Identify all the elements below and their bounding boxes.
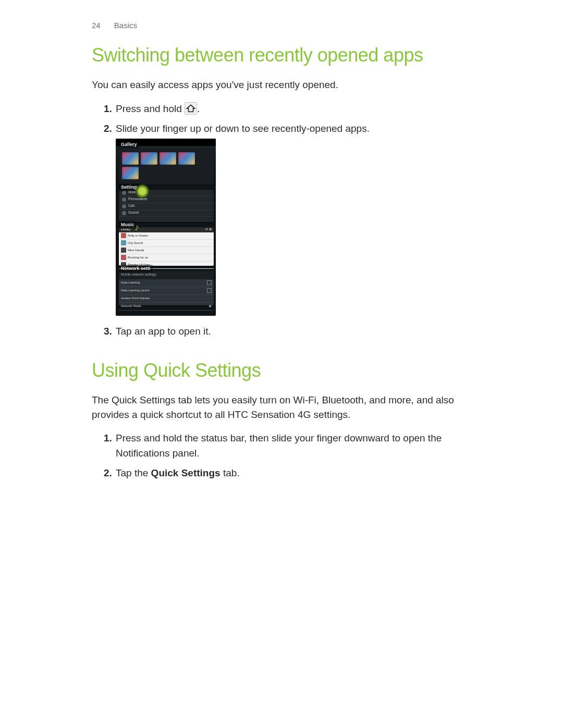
qs-step-2-bold: Quick Settings	[151, 467, 221, 478]
music-track: City Sound	[119, 240, 214, 247]
step-2: Slide your finger up or down to see rece…	[115, 121, 471, 316]
recent-card-network: Network setti Mobile network settings Da…	[119, 271, 214, 305]
step-1-text-pre: Press and hold	[116, 103, 185, 114]
qs-step-1: Press and hold the status bar, then slid…	[115, 431, 471, 461]
settings-row: Personalize	[119, 196, 214, 203]
home-icon	[185, 102, 197, 115]
thumb	[141, 152, 157, 165]
music-track: Rolly in Dream	[119, 232, 214, 240]
section-name: Basics	[114, 21, 137, 30]
network-row: Data roaming	[119, 279, 214, 287]
document-page: 24 Basics Switching between recently ope…	[0, 0, 563, 728]
settings-row: Call	[119, 203, 214, 210]
step-3: Tap an app to open it.	[115, 324, 471, 339]
network-row: Access Point Names	[119, 295, 214, 303]
page-header: 24 Basics	[92, 21, 471, 30]
intro-quick-settings: The Quick Settings tab lets you easily t…	[92, 393, 471, 422]
recent-card-settings: Settings Wireless Personalize Call Sound	[119, 190, 214, 222]
heading-quick-settings: Using Quick Settings	[92, 360, 471, 381]
page-number: 24	[92, 21, 101, 30]
network-row: Data roaming sound	[119, 287, 214, 295]
thumb	[178, 152, 195, 165]
network-label: Network setti	[119, 265, 153, 273]
gear-icon	[136, 184, 149, 198]
gallery-thumbs	[119, 149, 214, 182]
recent-card-gallery: Gallery	[119, 149, 214, 184]
thumb	[122, 167, 139, 179]
gallery-label: Gallery	[119, 141, 139, 149]
qs-step-1-text: Press and hold the status bar, then slid…	[116, 433, 442, 459]
heading-switching-apps: Switching between recently opened apps	[92, 44, 471, 66]
qs-step-2-post: tab.	[221, 467, 240, 478]
qs-step-2: Tap the Quick Settings tab.	[115, 466, 471, 481]
recent-card-music: Music ♪ Library⟳ ⚙ Rolly in Dream City S…	[119, 227, 214, 266]
step-1-text-post: .	[197, 103, 200, 114]
intro-switching-apps: You can easily access apps you've just r…	[92, 78, 471, 92]
settings-row: Sound	[119, 210, 214, 217]
step-2-text: Slide your finger up or down to see rece…	[116, 123, 370, 134]
step-3-text: Tap an app to open it.	[116, 326, 211, 337]
steps-switching-apps: Press and hold . Slide your finger up or…	[92, 102, 471, 339]
music-label: Music	[119, 221, 137, 229]
network-row: Network Mode◐	[119, 303, 214, 311]
thumb	[122, 152, 139, 165]
step-1: Press and hold .	[115, 102, 471, 117]
thumb	[160, 152, 176, 165]
qs-step-2-pre: Tap the	[116, 467, 151, 478]
music-note-icon: ♪	[134, 223, 143, 231]
phone-screenshot: 3 Seattle Cloudy Gallery	[116, 139, 216, 316]
music-track: Miss Karola	[119, 247, 214, 254]
steps-quick-settings: Press and hold the status bar, then slid…	[92, 431, 471, 481]
music-track: Running for us	[119, 254, 214, 262]
